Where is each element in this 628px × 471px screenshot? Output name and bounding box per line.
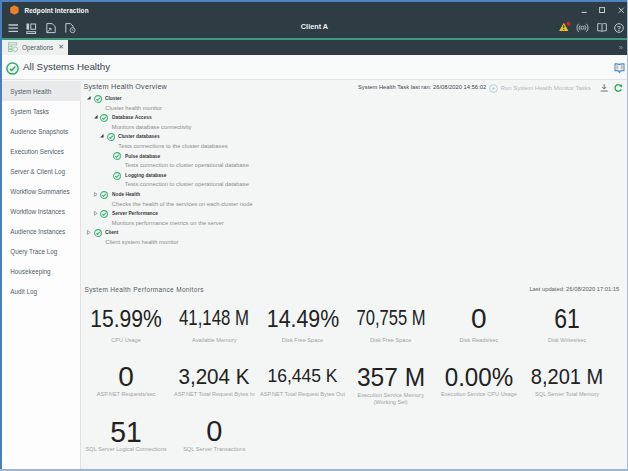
svg-text:?: ? [617, 24, 621, 31]
